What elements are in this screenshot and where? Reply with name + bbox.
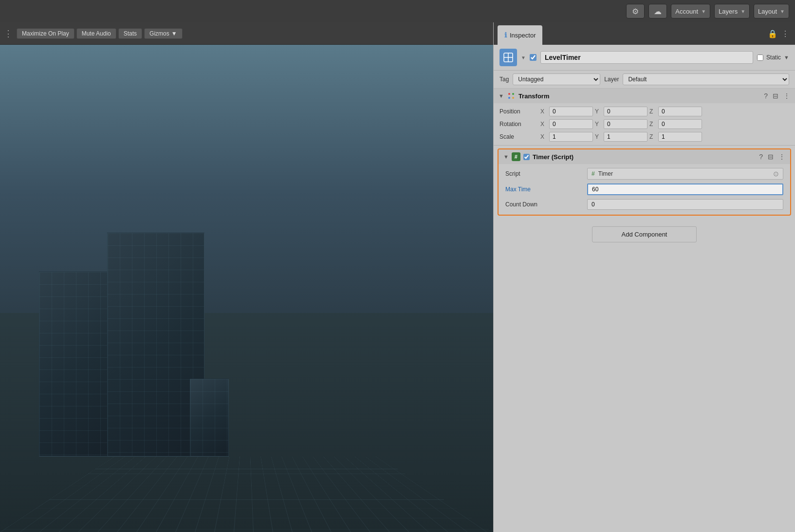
inspector-tab-label: Inspector [510, 32, 536, 39]
static-checkbox[interactable] [757, 55, 763, 61]
account-chevron-icon: ▼ [701, 9, 706, 14]
scale-label: Scale [499, 133, 538, 140]
go-dropdown-arrow: ▼ [521, 55, 526, 60]
account-dropdown[interactable]: Account ▼ [671, 4, 710, 18]
tag-select[interactable]: Untagged [513, 73, 600, 85]
max-time-row: Max Time [499, 182, 790, 197]
script-picker-icon[interactable]: ⊙ [773, 170, 779, 178]
timer-script-section: ▼ # Timer (Script) ? ⊟ ⋮ Script [498, 148, 791, 216]
timer-fields: Script # Timer ⊙ Max Time [499, 164, 790, 215]
scale-y-input[interactable] [604, 132, 647, 142]
transform-chevron-icon: ▼ [499, 93, 504, 99]
rotation-x-label: X [540, 121, 547, 128]
scale-xyz: X Y Z [540, 132, 789, 142]
svg-point-3 [508, 93, 510, 95]
gizmos-button[interactable]: Gizmos ▼ [144, 28, 183, 39]
add-component-button[interactable]: Add Component [592, 226, 697, 242]
position-z-input[interactable] [658, 107, 702, 116]
max-time-label: Max Time [505, 186, 583, 193]
static-dropdown-icon[interactable]: ▼ [784, 55, 789, 60]
timer-header[interactable]: ▼ # Timer (Script) ? ⊟ ⋮ [499, 149, 790, 164]
timer-help-icon[interactable]: ? [759, 153, 763, 161]
stats-button[interactable]: Stats [118, 28, 142, 39]
services-icon-btn[interactable]: ⚙ [626, 4, 645, 18]
transform-action-icons: ? ⊟ ⋮ [764, 92, 790, 100]
main-area: ⋮ Maximize On Play Mute Audio Stats Gizm… [0, 22, 795, 532]
scale-z-input[interactable] [658, 132, 702, 142]
position-y-input[interactable] [604, 107, 647, 116]
scene-cube-4 [190, 379, 229, 457]
inspector-info-icon: ℹ [504, 31, 507, 39]
timer-active-checkbox[interactable] [523, 154, 530, 160]
scene-toolbar: ⋮ Maximize On Play Mute Audio Stats Gizm… [0, 22, 493, 45]
top-toolbar: ⚙ ☁ Account ▼ Layers ▼ Layout ▼ [0, 0, 795, 22]
scale-x-input[interactable] [549, 132, 593, 142]
max-time-input[interactable] [587, 183, 783, 195]
timer-action-icons: ? ⊟ ⋮ [759, 153, 785, 161]
tag-layer-row: Tag Untagged Layer Default [494, 71, 795, 89]
rotation-y-input[interactable] [604, 119, 647, 129]
svg-point-6 [512, 97, 514, 99]
layer-select[interactable]: Default [623, 73, 789, 85]
count-down-row: Count Down [499, 197, 790, 212]
maximize-on-play-button[interactable]: Maximize On Play [17, 28, 74, 39]
svg-point-5 [508, 97, 510, 99]
timer-chevron-icon: ▼ [503, 154, 509, 160]
scale-row: Scale X Y Z [494, 130, 795, 143]
script-label: Script [505, 170, 583, 177]
timer-title: Timer (Script) [533, 153, 756, 161]
gameobject-icon [499, 49, 517, 66]
rotation-y-label: Y [595, 121, 602, 128]
go-expand-icon: ▼ [521, 55, 526, 60]
inspector-tab-icons: 🔒 ⋮ [766, 22, 791, 45]
gameobject-header: ▼ Static ▼ [494, 45, 795, 71]
cloud-icon-btn[interactable]: ☁ [648, 4, 667, 18]
lock-icon[interactable]: 🔒 [768, 29, 777, 38]
inspector-content: ▼ Static ▼ Tag Untagged Layer Default [494, 45, 795, 532]
position-x-input[interactable] [549, 107, 593, 116]
more-options-icon[interactable]: ⋮ [781, 29, 789, 38]
count-down-input[interactable] [587, 199, 783, 210]
rotation-z-label: Z [649, 121, 656, 128]
gameobject-name-input[interactable] [540, 51, 753, 64]
script-value: Timer [598, 170, 613, 177]
rotation-z-input[interactable] [658, 119, 702, 129]
transform-header[interactable]: ▼ Transform ? ⊟ ⋮ [494, 89, 795, 103]
transform-sliders-icon[interactable]: ⊟ [773, 92, 778, 100]
rotation-x-input[interactable] [549, 119, 593, 129]
position-label: Position [499, 108, 538, 115]
scale-z-label: Z [649, 133, 656, 140]
layout-dropdown[interactable]: Layout ▼ [754, 4, 789, 18]
cube4-grid [190, 379, 228, 456]
timer-sliders-icon[interactable]: ⊟ [768, 153, 774, 161]
inspector-tabs: ℹ Inspector 🔒 ⋮ [494, 22, 795, 45]
gizmos-label: Gizmos [149, 30, 169, 37]
position-row: Position X Y Z [494, 105, 795, 118]
gameobject-active-checkbox[interactable] [530, 54, 536, 61]
inspector-panel: ℹ Inspector 🔒 ⋮ ▼ [493, 22, 795, 532]
timer-hash-icon: # [512, 152, 520, 161]
transform-fields: Position X Y Z Rotation [494, 103, 795, 145]
script-row: Script # Timer ⊙ [499, 166, 790, 182]
layers-label: Layers [719, 8, 738, 15]
timer-more-icon[interactable]: ⋮ [778, 153, 785, 161]
gizmos-chevron-icon: ▼ [171, 30, 177, 37]
transform-section: ▼ Transform ? ⊟ ⋮ [494, 89, 795, 146]
transform-help-icon[interactable]: ? [764, 92, 768, 100]
scene-dots: ⋮ [4, 28, 13, 39]
rotation-xyz: X Y Z [540, 119, 789, 129]
scene-canvas [0, 45, 493, 532]
position-x-label: X [540, 108, 547, 115]
mute-audio-button[interactable]: Mute Audio [76, 28, 116, 39]
rotation-row: Rotation X Y Z [494, 118, 795, 130]
script-field: # Timer ⊙ [587, 168, 783, 180]
inspector-tab[interactable]: ℹ Inspector [498, 25, 542, 45]
scene-background [0, 45, 493, 532]
layers-dropdown[interactable]: Layers ▼ [714, 4, 750, 18]
layer-label: Layer [604, 76, 619, 83]
layers-chevron-icon: ▼ [740, 9, 745, 14]
position-y-label: Y [595, 108, 602, 115]
transform-more-icon[interactable]: ⋮ [783, 92, 790, 100]
scale-x-label: X [540, 133, 547, 140]
count-down-label: Count Down [505, 201, 583, 208]
